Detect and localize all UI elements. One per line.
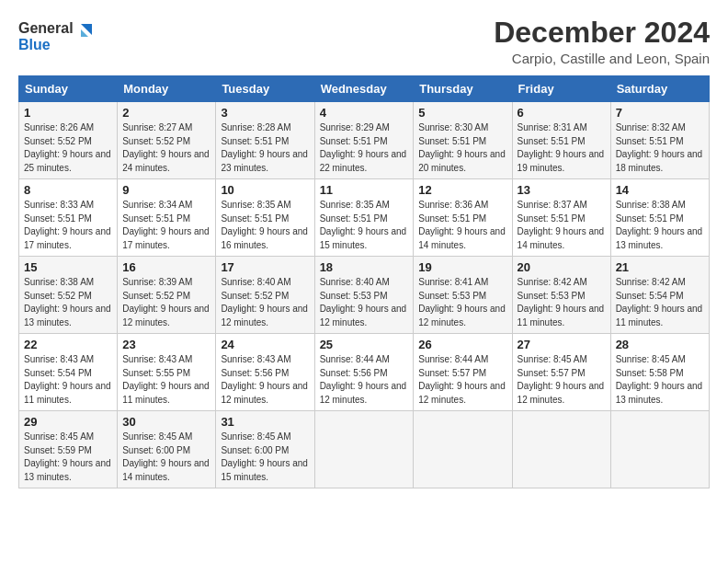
- th-wednesday: Wednesday: [314, 76, 414, 102]
- day-number: 28: [616, 338, 704, 351]
- calendar-cell: 19Sunrise: 8:41 AMSunset: 5:53 PMDayligh…: [414, 257, 512, 334]
- day-detail: Sunrise: 8:43 AMSunset: 5:54 PMDaylight:…: [24, 354, 111, 405]
- calendar-cell: [414, 411, 512, 488]
- th-monday: Monday: [118, 76, 216, 102]
- week-row-3: 15Sunrise: 8:38 AMSunset: 5:52 PMDayligh…: [19, 257, 710, 334]
- day-number: 24: [221, 338, 309, 351]
- day-number: 21: [616, 260, 704, 274]
- header: General Blue December 2024 Carpio, Casti…: [18, 17, 710, 66]
- day-detail: Sunrise: 8:27 AMSunset: 5:52 PMDaylight:…: [122, 122, 210, 173]
- calendar-cell: 22Sunrise: 8:43 AMSunset: 5:54 PMDayligh…: [19, 334, 118, 411]
- day-detail: Sunrise: 8:28 AMSunset: 5:51 PMDaylight:…: [221, 122, 308, 173]
- calendar-cell: 16Sunrise: 8:39 AMSunset: 5:52 PMDayligh…: [118, 257, 216, 334]
- day-number: 15: [24, 260, 112, 274]
- svg-text:Blue: Blue: [18, 37, 51, 52]
- calendar-cell: 18Sunrise: 8:40 AMSunset: 5:53 PMDayligh…: [314, 257, 414, 334]
- day-detail: Sunrise: 8:42 AMSunset: 5:53 PMDaylight:…: [518, 277, 605, 327]
- day-number: 25: [320, 338, 409, 351]
- logo-icon: General Blue: [18, 17, 92, 57]
- day-number: 12: [418, 183, 506, 197]
- calendar-cell: 20Sunrise: 8:42 AMSunset: 5:53 PMDayligh…: [512, 257, 610, 334]
- svg-text:General: General: [18, 20, 74, 36]
- day-number: 5: [418, 106, 506, 120]
- calendar-cell: 25Sunrise: 8:44 AMSunset: 5:56 PMDayligh…: [314, 334, 414, 411]
- day-detail: Sunrise: 8:30 AMSunset: 5:51 PMDaylight:…: [418, 122, 506, 173]
- th-tuesday: Tuesday: [216, 76, 314, 102]
- day-detail: Sunrise: 8:35 AMSunset: 5:51 PMDaylight:…: [221, 200, 308, 250]
- calendar-cell: 4Sunrise: 8:29 AMSunset: 5:51 PMDaylight…: [314, 102, 414, 179]
- th-thursday: Thursday: [414, 76, 512, 102]
- day-detail: Sunrise: 8:34 AMSunset: 5:51 PMDaylight:…: [122, 200, 210, 250]
- calendar-cell: 12Sunrise: 8:36 AMSunset: 5:51 PMDayligh…: [414, 179, 512, 257]
- week-row-1: 1Sunrise: 8:26 AMSunset: 5:52 PMDaylight…: [19, 102, 710, 179]
- day-number: 27: [518, 338, 606, 351]
- calendar-cell: 2Sunrise: 8:27 AMSunset: 5:52 PMDaylight…: [118, 102, 216, 179]
- calendar-cell: 29Sunrise: 8:45 AMSunset: 5:59 PMDayligh…: [19, 411, 118, 488]
- month-title: December 2024: [494, 17, 710, 49]
- calendar-cell: 9Sunrise: 8:34 AMSunset: 5:51 PMDaylight…: [118, 179, 216, 257]
- day-number: 29: [24, 415, 112, 429]
- day-detail: Sunrise: 8:32 AMSunset: 5:51 PMDaylight:…: [616, 122, 703, 173]
- day-number: 11: [320, 183, 409, 197]
- calendar-cell: 28Sunrise: 8:45 AMSunset: 5:58 PMDayligh…: [610, 334, 709, 411]
- calendar-cell: 8Sunrise: 8:33 AMSunset: 5:51 PMDaylight…: [19, 179, 118, 257]
- day-number: 30: [122, 415, 210, 429]
- day-detail: Sunrise: 8:41 AMSunset: 5:53 PMDaylight:…: [418, 277, 506, 327]
- day-detail: Sunrise: 8:26 AMSunset: 5:52 PMDaylight:…: [24, 122, 111, 173]
- calendar-cell: 5Sunrise: 8:30 AMSunset: 5:51 PMDaylight…: [414, 102, 512, 179]
- th-sunday: Sunday: [19, 76, 118, 102]
- calendar-cell: 27Sunrise: 8:45 AMSunset: 5:57 PMDayligh…: [512, 334, 610, 411]
- day-detail: Sunrise: 8:43 AMSunset: 5:56 PMDaylight:…: [221, 354, 308, 405]
- calendar-cell: 30Sunrise: 8:45 AMSunset: 6:00 PMDayligh…: [118, 411, 216, 488]
- day-number: 14: [616, 183, 704, 197]
- day-detail: Sunrise: 8:40 AMSunset: 5:52 PMDaylight:…: [221, 277, 308, 327]
- day-number: 1: [24, 106, 112, 120]
- day-number: 10: [221, 183, 309, 197]
- day-number: 18: [320, 260, 409, 274]
- day-detail: Sunrise: 8:37 AMSunset: 5:51 PMDaylight:…: [518, 200, 605, 250]
- svg-marker-3: [81, 29, 88, 37]
- day-detail: Sunrise: 8:39 AMSunset: 5:52 PMDaylight:…: [122, 277, 210, 327]
- day-number: 26: [418, 338, 506, 351]
- day-number: 13: [518, 183, 606, 197]
- calendar-cell: 13Sunrise: 8:37 AMSunset: 5:51 PMDayligh…: [512, 179, 610, 257]
- day-detail: Sunrise: 8:31 AMSunset: 5:51 PMDaylight:…: [518, 122, 605, 173]
- day-number: 2: [122, 106, 210, 120]
- day-detail: Sunrise: 8:38 AMSunset: 5:51 PMDaylight:…: [616, 200, 703, 250]
- calendar-cell: 26Sunrise: 8:44 AMSunset: 5:57 PMDayligh…: [414, 334, 512, 411]
- day-number: 31: [221, 415, 309, 429]
- calendar-cell: 17Sunrise: 8:40 AMSunset: 5:52 PMDayligh…: [216, 257, 314, 334]
- calendar-cell: 14Sunrise: 8:38 AMSunset: 5:51 PMDayligh…: [610, 179, 709, 257]
- logo: General Blue: [18, 17, 92, 61]
- location-title: Carpio, Castille and Leon, Spain: [494, 51, 710, 66]
- calendar-cell: 11Sunrise: 8:35 AMSunset: 5:51 PMDayligh…: [314, 179, 414, 257]
- calendar-cell: [512, 411, 610, 488]
- calendar-cell: 10Sunrise: 8:35 AMSunset: 5:51 PMDayligh…: [216, 179, 314, 257]
- day-number: 8: [24, 183, 112, 197]
- day-detail: Sunrise: 8:42 AMSunset: 5:54 PMDaylight:…: [616, 277, 703, 327]
- day-number: 7: [616, 106, 704, 120]
- day-number: 23: [122, 338, 210, 351]
- calendar-cell: 7Sunrise: 8:32 AMSunset: 5:51 PMDaylight…: [610, 102, 709, 179]
- day-number: 16: [122, 260, 210, 274]
- page: General Blue December 2024 Carpio, Casti…: [0, 0, 728, 563]
- day-detail: Sunrise: 8:45 AMSunset: 5:58 PMDaylight:…: [616, 354, 703, 405]
- calendar-cell: 21Sunrise: 8:42 AMSunset: 5:54 PMDayligh…: [610, 257, 709, 334]
- day-detail: Sunrise: 8:36 AMSunset: 5:51 PMDaylight:…: [418, 200, 506, 250]
- th-friday: Friday: [512, 76, 610, 102]
- day-number: 4: [320, 106, 409, 120]
- calendar-cell: [314, 411, 414, 488]
- calendar-cell: 3Sunrise: 8:28 AMSunset: 5:51 PMDaylight…: [216, 102, 314, 179]
- day-detail: Sunrise: 8:45 AMSunset: 6:00 PMDaylight:…: [221, 431, 308, 482]
- day-number: 6: [518, 106, 606, 120]
- day-number: 22: [24, 338, 112, 351]
- day-number: 20: [518, 260, 606, 274]
- th-saturday: Saturday: [610, 76, 709, 102]
- day-detail: Sunrise: 8:44 AMSunset: 5:56 PMDaylight:…: [320, 354, 407, 405]
- day-detail: Sunrise: 8:45 AMSunset: 5:57 PMDaylight:…: [518, 354, 605, 405]
- header-row: Sunday Monday Tuesday Wednesday Thursday…: [19, 76, 710, 102]
- day-detail: Sunrise: 8:38 AMSunset: 5:52 PMDaylight:…: [24, 277, 111, 327]
- week-row-2: 8Sunrise: 8:33 AMSunset: 5:51 PMDaylight…: [19, 179, 710, 257]
- calendar-cell: 6Sunrise: 8:31 AMSunset: 5:51 PMDaylight…: [512, 102, 610, 179]
- day-detail: Sunrise: 8:40 AMSunset: 5:53 PMDaylight:…: [320, 277, 407, 327]
